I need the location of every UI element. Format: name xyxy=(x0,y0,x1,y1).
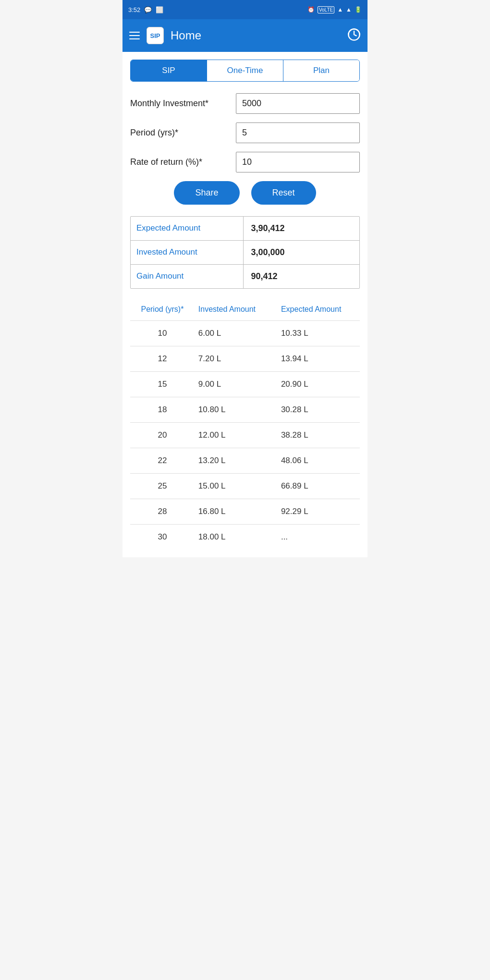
battery-icon: 🔋 xyxy=(355,6,362,13)
gain-amount-label: Gain Amount xyxy=(131,265,244,288)
status-right: ⏰ VoLTE ▲ ▲ 🔋 xyxy=(307,6,362,13)
table-row: 159.00 L20.90 L xyxy=(130,372,360,397)
col-header-invested: Invested Amount xyxy=(195,300,277,321)
cell-invested: 6.00 L xyxy=(195,321,277,346)
table-row: 2515.00 L66.89 L xyxy=(130,474,360,499)
cell-period: 30 xyxy=(130,525,195,550)
tab-plan[interactable]: Plan xyxy=(283,60,359,81)
cell-expected: 92.29 L xyxy=(277,499,360,525)
monthly-investment-input[interactable] xyxy=(236,93,360,114)
summary-row-gain: Gain Amount 90,412 xyxy=(131,265,359,288)
history-button[interactable] xyxy=(347,28,361,43)
laptop-icon: ⬜ xyxy=(156,6,163,13)
cell-period: 20 xyxy=(130,423,195,448)
monthly-investment-label: Monthly Investment* xyxy=(130,98,236,109)
table-row: 127.20 L13.94 L xyxy=(130,346,360,372)
status-bar: 3:52 💬 ⬜ ⏰ VoLTE ▲ ▲ 🔋 xyxy=(122,0,368,19)
reset-button[interactable]: Reset xyxy=(251,181,316,205)
cell-invested: 13.20 L xyxy=(195,448,277,474)
cell-expected: 38.28 L xyxy=(277,423,360,448)
cell-invested: 10.80 L xyxy=(195,397,277,423)
cell-expected: 48.06 L xyxy=(277,448,360,474)
col-header-expected: Expected Amount xyxy=(277,300,360,321)
cell-period: 22 xyxy=(130,448,195,474)
status-left: 3:52 💬 ⬜ xyxy=(128,6,163,13)
table-row: 2816.80 L92.29 L xyxy=(130,499,360,525)
main-content: SIP One-Time Plan Monthly Investment* Pe… xyxy=(122,52,368,557)
period-label: Period (yrs)* xyxy=(130,128,236,138)
table-row: 106.00 L10.33 L xyxy=(130,321,360,346)
cell-period: 15 xyxy=(130,372,195,397)
period-group: Period (yrs)* xyxy=(130,122,360,143)
rate-input[interactable] xyxy=(236,152,360,172)
cell-invested: 18.00 L xyxy=(195,525,277,550)
summary-row-expected: Expected Amount 3,90,412 xyxy=(131,217,359,241)
app-bar: SIP Home xyxy=(122,19,368,52)
cell-invested: 16.80 L xyxy=(195,499,277,525)
col-header-period: Period (yrs)* xyxy=(130,300,195,321)
period-input[interactable] xyxy=(236,122,360,143)
rate-group: Rate of return (%)* xyxy=(130,152,360,172)
cell-expected: 10.33 L xyxy=(277,321,360,346)
app-bar-left: SIP Home xyxy=(129,27,201,44)
app-bar-title: Home xyxy=(171,29,201,42)
action-buttons: Share Reset xyxy=(130,181,360,205)
cell-invested: 12.00 L xyxy=(195,423,277,448)
summary-table: Expected Amount 3,90,412 Invested Amount… xyxy=(130,216,360,289)
table-row: 3018.00 L... xyxy=(130,525,360,550)
cell-invested: 9.00 L xyxy=(195,372,277,397)
invested-amount-label: Invested Amount xyxy=(131,241,244,264)
status-time: 3:52 xyxy=(128,6,140,13)
alarm-icon: ⏰ xyxy=(307,6,315,13)
cell-expected: ... xyxy=(277,525,360,550)
data-table: Period (yrs)* Invested Amount Expected A… xyxy=(130,300,360,550)
table-row: 2012.00 L38.28 L xyxy=(130,423,360,448)
tab-sip[interactable]: SIP xyxy=(131,60,207,81)
cell-invested: 7.20 L xyxy=(195,346,277,372)
cell-period: 18 xyxy=(130,397,195,423)
signal2-icon: ▲ xyxy=(346,6,352,13)
cell-expected: 66.89 L xyxy=(277,474,360,499)
hamburger-menu[interactable] xyxy=(129,32,140,39)
volte-icon: VoLTE xyxy=(318,6,334,13)
monthly-investment-group: Monthly Investment* xyxy=(130,93,360,114)
cell-expected: 30.28 L xyxy=(277,397,360,423)
tabs-container: SIP One-Time Plan xyxy=(130,60,360,82)
table-row: 1810.80 L30.28 L xyxy=(130,397,360,423)
invested-amount-value: 3,00,000 xyxy=(244,241,360,264)
expected-amount-value: 3,90,412 xyxy=(244,217,360,240)
expected-amount-label: Expected Amount xyxy=(131,217,244,240)
table-row: 2213.20 L48.06 L xyxy=(130,448,360,474)
whatsapp-icon: 💬 xyxy=(144,6,152,13)
cell-period: 12 xyxy=(130,346,195,372)
sip-logo: SIP xyxy=(147,27,164,44)
cell-period: 25 xyxy=(130,474,195,499)
summary-row-invested: Invested Amount 3,00,000 xyxy=(131,241,359,265)
gain-amount-value: 90,412 xyxy=(244,265,360,288)
cell-invested: 15.00 L xyxy=(195,474,277,499)
signal-icon: ▲ xyxy=(337,6,343,13)
tab-onetime[interactable]: One-Time xyxy=(207,60,283,81)
cell-period: 28 xyxy=(130,499,195,525)
cell-expected: 20.90 L xyxy=(277,372,360,397)
rate-label: Rate of return (%)* xyxy=(130,157,236,167)
share-button[interactable]: Share xyxy=(174,181,239,205)
cell-expected: 13.94 L xyxy=(277,346,360,372)
cell-period: 10 xyxy=(130,321,195,346)
